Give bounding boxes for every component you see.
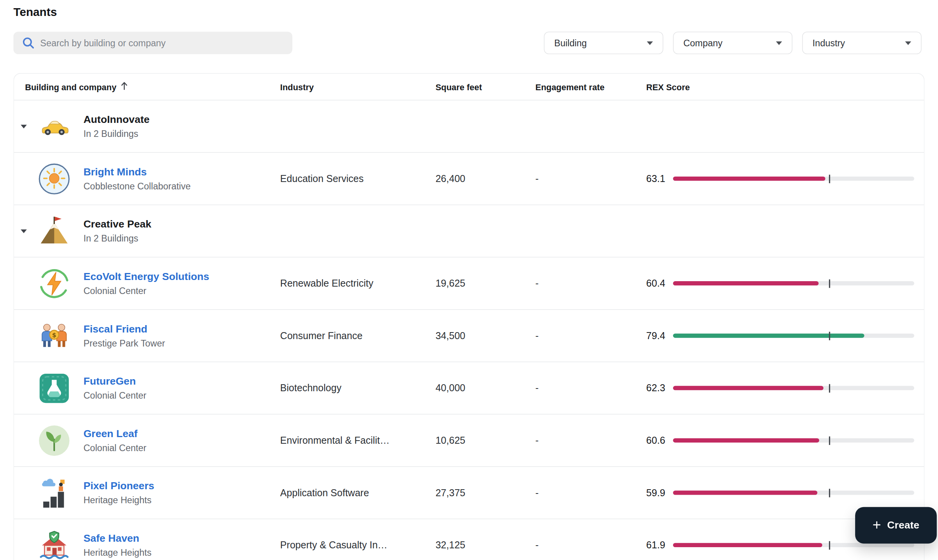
building-name: Colonial Center bbox=[83, 285, 209, 296]
rex-score-value: 61.9 bbox=[646, 540, 673, 551]
rex-score-value: 60.4 bbox=[646, 278, 673, 289]
rex-score-bar bbox=[673, 281, 914, 285]
rex-score-value: 59.9 bbox=[646, 487, 673, 498]
house-shield-icon bbox=[39, 529, 70, 560]
svg-text:$: $ bbox=[52, 331, 56, 338]
benchmark-tick bbox=[829, 384, 830, 392]
rex-score-bar bbox=[673, 177, 914, 181]
rex-score-cell: 79.4 bbox=[646, 330, 924, 341]
table-row[interactable]: EcoVolt Energy Solutions Colonial Center… bbox=[14, 257, 924, 310]
col-header-square-feet[interactable]: Square feet bbox=[436, 82, 536, 92]
table-row[interactable]: Green Leaf Colonial Center Environmental… bbox=[14, 415, 924, 467]
square-feet-cell: 26,400 bbox=[436, 173, 536, 184]
benchmark-tick bbox=[829, 279, 830, 288]
group-name: Creative Peak bbox=[83, 219, 151, 231]
filter-company[interactable]: Company bbox=[673, 32, 792, 54]
company-link[interactable]: Bright Minds bbox=[83, 166, 147, 178]
square-feet-cell: 32,125 bbox=[436, 540, 536, 551]
building-name: Heritage Heights bbox=[83, 495, 154, 506]
rex-score-bar bbox=[673, 386, 914, 390]
col-header-industry[interactable]: Industry bbox=[280, 82, 436, 92]
industry-cell: Education Services bbox=[280, 173, 436, 184]
chevron-down-icon bbox=[647, 41, 653, 45]
rex-score-bar bbox=[673, 334, 914, 338]
filter-industry-label: Industry bbox=[813, 38, 845, 48]
rex-score-bar bbox=[673, 543, 914, 547]
filter-group: Building Company Industry bbox=[544, 32, 921, 54]
rex-score-cell: 59.9 bbox=[646, 487, 924, 498]
company-link[interactable]: FutureGen bbox=[83, 376, 136, 388]
square-feet-cell: 19,625 bbox=[436, 278, 536, 289]
engagement-cell: - bbox=[536, 330, 646, 341]
col-header-rex-score[interactable]: REX Score bbox=[646, 82, 924, 92]
company-link[interactable]: EcoVolt Energy Solutions bbox=[83, 271, 209, 283]
expand-chevron-icon[interactable] bbox=[19, 229, 29, 233]
industry-cell: Application Software bbox=[280, 487, 436, 498]
rex-score-cell: 62.3 bbox=[646, 383, 924, 394]
benchmark-tick bbox=[829, 436, 830, 444]
chevron-down-icon bbox=[905, 41, 911, 45]
company-link[interactable]: Safe Haven bbox=[83, 533, 139, 545]
col-header-engagement[interactable]: Engagement rate bbox=[536, 82, 646, 92]
recycle-bolt-icon bbox=[39, 268, 70, 299]
col-header-building-company[interactable]: Building and company bbox=[14, 82, 280, 92]
benchmark-tick bbox=[829, 488, 830, 497]
table-row[interactable]: $ Fiscal Friend Prestige Park Tower Cons… bbox=[14, 310, 924, 362]
square-feet-cell: 10,625 bbox=[436, 435, 536, 446]
engagement-cell: - bbox=[536, 173, 646, 184]
mountain-flag-icon bbox=[39, 215, 70, 247]
pixel-cloud-icon bbox=[39, 477, 70, 508]
expand-chevron-icon[interactable] bbox=[19, 124, 29, 128]
benchmark-tick bbox=[829, 331, 830, 340]
car-icon bbox=[39, 110, 70, 142]
engagement-cell: - bbox=[536, 540, 646, 551]
building-name: Colonial Center bbox=[83, 443, 146, 453]
engagement-cell: - bbox=[536, 435, 646, 446]
group-subtitle: In 2 Buildings bbox=[83, 128, 149, 139]
industry-cell: Renewable Electricity bbox=[280, 278, 436, 289]
company-link[interactable]: Fiscal Friend bbox=[83, 323, 147, 335]
plus-icon: + bbox=[873, 517, 881, 532]
engagement-cell: - bbox=[536, 487, 646, 498]
search-icon bbox=[21, 36, 35, 52]
table-row-group[interactable]: AutoInnovate In 2 Buildings bbox=[14, 100, 924, 153]
table-row[interactable]: Pixel Pioneers Heritage Heights Applicat… bbox=[14, 467, 924, 520]
table-header: Building and company Industry Square fee… bbox=[14, 74, 924, 100]
building-name: Colonial Center bbox=[83, 390, 146, 401]
table-row[interactable]: FutureGen Colonial Center Biotechnology … bbox=[14, 362, 924, 415]
people-dollar-icon: $ bbox=[39, 320, 70, 352]
engagement-cell: - bbox=[536, 278, 646, 289]
industry-cell: Biotechnology bbox=[280, 383, 436, 394]
rex-score-cell: 60.4 bbox=[646, 278, 924, 289]
plant-icon bbox=[39, 425, 70, 456]
search-bar bbox=[13, 32, 292, 54]
table-row[interactable]: Bright Minds Cobblestone Collaborative E… bbox=[14, 153, 924, 205]
table-row-group[interactable]: Creative Peak In 2 Buildings bbox=[14, 205, 924, 257]
rex-score-bar bbox=[673, 491, 914, 495]
search-input[interactable] bbox=[13, 32, 292, 54]
building-name: Cobblestone Collaborative bbox=[83, 181, 190, 191]
square-feet-cell: 27,375 bbox=[436, 487, 536, 498]
company-link[interactable]: Pixel Pioneers bbox=[83, 480, 154, 492]
industry-cell: Property & Casualty In… bbox=[280, 540, 436, 551]
building-name: Prestige Park Tower bbox=[83, 338, 165, 348]
square-feet-cell: 34,500 bbox=[436, 330, 536, 341]
filter-building[interactable]: Building bbox=[544, 32, 663, 54]
rex-score-value: 63.1 bbox=[646, 173, 673, 184]
industry-cell: Environmental & Facilit… bbox=[280, 435, 436, 446]
building-name: Heritage Heights bbox=[83, 547, 151, 558]
square-feet-cell: 40,000 bbox=[436, 383, 536, 394]
benchmark-tick bbox=[829, 174, 830, 183]
rex-score-bar bbox=[673, 438, 914, 443]
filter-company-label: Company bbox=[683, 38, 722, 48]
tenants-table: Building and company Industry Square fee… bbox=[13, 73, 924, 560]
group-name: AutoInnovate bbox=[83, 114, 149, 126]
company-link[interactable]: Green Leaf bbox=[83, 428, 137, 440]
rex-score-cell: 60.6 bbox=[646, 435, 924, 446]
filter-industry[interactable]: Industry bbox=[802, 32, 922, 54]
create-button[interactable]: + Create bbox=[855, 507, 937, 544]
industry-cell: Consumer Finance bbox=[280, 330, 436, 341]
table-row[interactable]: Safe Haven Heritage Heights Property & C… bbox=[14, 519, 924, 560]
rex-score-value: 79.4 bbox=[646, 330, 673, 341]
benchmark-tick bbox=[829, 541, 830, 550]
